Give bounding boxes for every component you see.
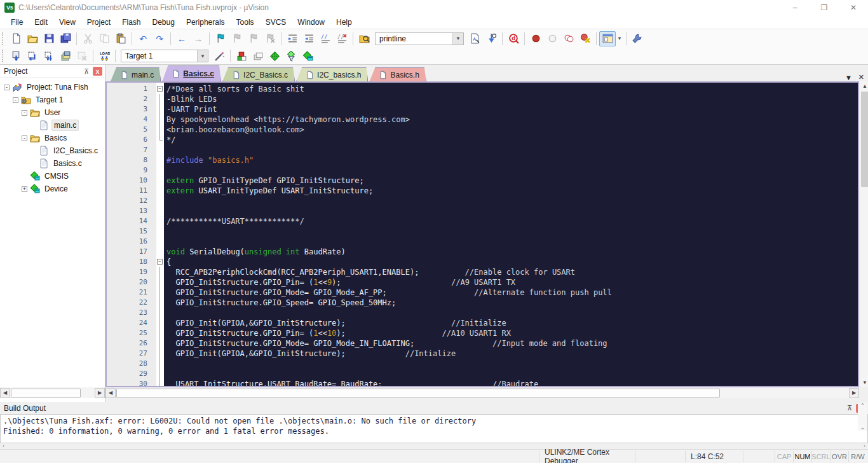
window-layout-icon[interactable]	[599, 31, 616, 46]
collapse-icon[interactable]: -	[22, 110, 27, 116]
build-hscrollbar[interactable]: ‹ ›	[0, 443, 868, 449]
manage-run-time-environment-icon[interactable]	[233, 48, 250, 64]
select-software-packs-icon[interactable]	[266, 48, 283, 64]
collapse-icon[interactable]: -	[13, 97, 18, 103]
target-combobox-value[interactable]: Target 1	[121, 52, 197, 60]
navigate-back-icon[interactable]: ←	[173, 31, 190, 46]
indent-icon[interactable]	[284, 31, 301, 46]
code-line-21[interactable]: GPIO_InitStructure.GPIO_Mode= GPIO_Mode_…	[164, 287, 858, 298]
tab-list-dropdown-icon[interactable]: ▼	[845, 74, 852, 81]
code-line-15[interactable]	[164, 226, 858, 237]
tab-basics-h[interactable]: Basics.h	[369, 67, 426, 81]
code-line-24[interactable]: GPIO_Init(GPIOA,&GPIO_InitStructure); //…	[164, 318, 858, 328]
restore-button[interactable]: ❐	[810, 0, 839, 15]
menu-tools[interactable]: Tools	[231, 17, 260, 28]
code-line-11[interactable]: extern USART_InitTypeDef USART_InitStruc…	[164, 186, 858, 196]
find-in-files-icon[interactable]	[356, 31, 372, 46]
tab-basics-c[interactable]: Basics.c	[162, 66, 221, 81]
pack-installer-icon[interactable]	[299, 48, 316, 64]
menu-flash[interactable]: Flash	[116, 17, 146, 28]
filter-software-packs-icon[interactable]	[283, 48, 299, 64]
code-line-8[interactable]: #include "basics.h"	[164, 155, 858, 165]
tree-item-project-tuna-fish[interactable]: -Project: Tuna Fish	[0, 81, 105, 93]
scroll-up-icon[interactable]: ⌃	[860, 403, 865, 409]
code-line-17[interactable]: void SerialDebug(unsigned int BaudRate)	[164, 247, 858, 257]
scroll-thumb[interactable]	[116, 389, 720, 397]
chevron-down-icon[interactable]: ▼	[197, 50, 208, 62]
disable-all-breakpoints-icon[interactable]	[560, 31, 577, 46]
save-all-icon[interactable]	[57, 31, 74, 46]
project-hscrollbar[interactable]: ◀ ▶	[0, 387, 105, 398]
configure-tools-icon[interactable]	[629, 31, 646, 46]
copy-icon[interactable]	[96, 31, 112, 46]
find-icon[interactable]	[466, 31, 483, 46]
code-line-28[interactable]	[164, 359, 858, 369]
menu-window[interactable]: Window	[292, 17, 330, 28]
scroll-right-icon[interactable]: ▶	[95, 388, 105, 398]
scroll-left-icon[interactable]: ◀	[105, 388, 116, 398]
code-line-6[interactable]: */	[164, 135, 858, 145]
comment-selection-icon[interactable]	[317, 31, 334, 46]
expand-icon[interactable]: +	[22, 186, 27, 192]
code-line-30[interactable]: USART_InitStructure.USART_BaudRate= Baud…	[164, 379, 858, 386]
batch-build-icon[interactable]	[57, 48, 74, 64]
clear-bookmarks-icon[interactable]	[262, 31, 278, 46]
editor-hscrollbar[interactable]: ◀ ▶	[105, 387, 859, 398]
options-for-target-icon[interactable]	[211, 48, 227, 64]
manage-project-items-icon[interactable]	[250, 48, 266, 64]
open-file-icon[interactable]	[24, 31, 41, 46]
code-line-26[interactable]: GPIO_InitStructure.GPIO_Mode= GPIO_Mode_…	[164, 338, 858, 349]
translate-file-icon[interactable]	[8, 48, 24, 64]
tree-item-basics-c[interactable]: Basics.c	[0, 157, 105, 170]
next-bookmark-icon[interactable]	[245, 31, 262, 46]
scroll-left-icon[interactable]: ‹	[3, 443, 4, 449]
undo-icon[interactable]: ↶	[135, 31, 151, 46]
uncomment-selection-icon[interactable]	[334, 31, 350, 46]
tree-item-target-1[interactable]: -Target 1	[0, 93, 105, 106]
code-line-16[interactable]	[164, 237, 858, 247]
stop-build-icon[interactable]	[74, 48, 90, 64]
close-button[interactable]: ✕	[839, 0, 868, 15]
code-line-9[interactable]	[164, 165, 858, 176]
fold-margin[interactable]: −−	[156, 83, 164, 386]
code-line-23[interactable]	[164, 308, 858, 318]
close-document-icon[interactable]: ✕	[858, 73, 864, 81]
menu-help[interactable]: Help	[330, 17, 358, 28]
pin-icon[interactable]: ⊼	[844, 404, 855, 412]
code-editor[interactable]: 1234567891011121314151617181920212223242…	[105, 81, 859, 387]
menu-project[interactable]: Project	[81, 17, 116, 28]
menu-file[interactable]: File	[5, 17, 29, 28]
target-combobox[interactable]: Target 1▼	[121, 50, 208, 62]
tree-item-main-c[interactable]: main.c	[0, 119, 105, 132]
tree-item-i2c-basics-c[interactable]: I2C_Basics.c	[0, 144, 105, 157]
chevron-down-icon[interactable]: ▼	[452, 33, 463, 45]
code-line-2[interactable]: -Blink LEDs	[164, 94, 858, 104]
code-area[interactable]: /*Does all sorts of Basic shit-Blink LED…	[164, 83, 858, 386]
tab-i2c-basics-h[interactable]: I2C_basics.h	[296, 67, 368, 81]
scroll-up-icon[interactable]: ▲	[860, 81, 868, 91]
tree-item-user[interactable]: -User	[0, 106, 105, 119]
cut-icon[interactable]	[79, 31, 96, 46]
code-line-1[interactable]: /*Does all sorts of Basic shit	[164, 84, 858, 94]
scroll-right-icon[interactable]: ▶	[849, 388, 859, 398]
tree-item-cmsis[interactable]: CMSIS	[0, 170, 105, 183]
menu-svcs[interactable]: SVCS	[260, 17, 292, 28]
code-line-25[interactable]: GPIO_InitStructure.GPIO_Pin= (1<<10); //…	[164, 328, 858, 338]
scroll-thumb[interactable]	[11, 389, 81, 397]
editor-vscrollbar[interactable]: ▲ ▼	[860, 81, 868, 387]
code-line-7[interactable]	[164, 145, 858, 155]
disable-breakpoint-icon[interactable]	[544, 31, 560, 46]
code-line-3[interactable]: -UART Print	[164, 104, 858, 114]
build-vscrollbar[interactable]: ⌃ ⌄	[858, 403, 867, 431]
code-line-5[interactable]: <brian.boozebacon@outlook.com>	[164, 125, 858, 135]
code-line-29[interactable]	[164, 369, 858, 379]
menu-view[interactable]: View	[53, 17, 81, 28]
fold-collapse-icon[interactable]: −	[157, 259, 163, 265]
chevron-down-icon[interactable]: ▼	[617, 36, 622, 41]
code-line-12[interactable]	[164, 196, 858, 206]
toggle-bookmark-icon[interactable]	[212, 31, 229, 46]
download-to-flash-icon[interactable]	[96, 48, 112, 64]
kill-all-breakpoints-icon[interactable]	[577, 31, 593, 46]
find-symbol-icon[interactable]	[505, 31, 522, 46]
save-file-icon[interactable]	[41, 31, 57, 46]
